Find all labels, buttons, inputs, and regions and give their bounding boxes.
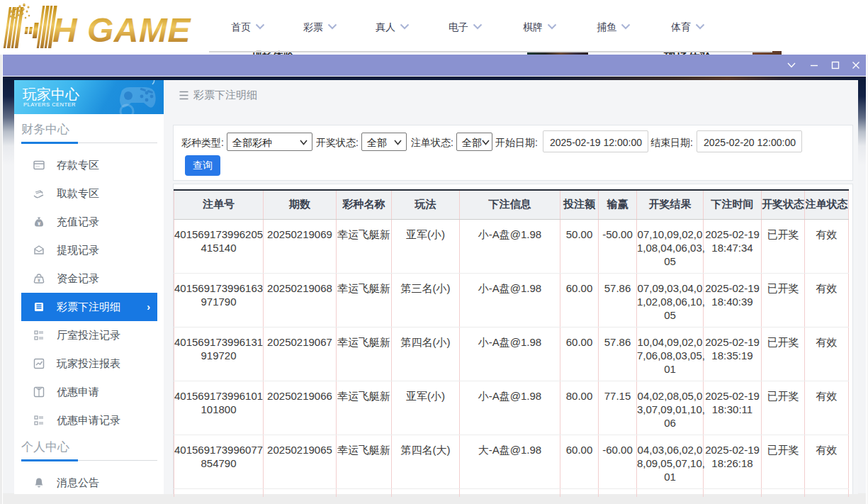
svg-text:¥: ¥ (38, 278, 40, 283)
svg-text:H GAME: H GAME (52, 11, 191, 49)
